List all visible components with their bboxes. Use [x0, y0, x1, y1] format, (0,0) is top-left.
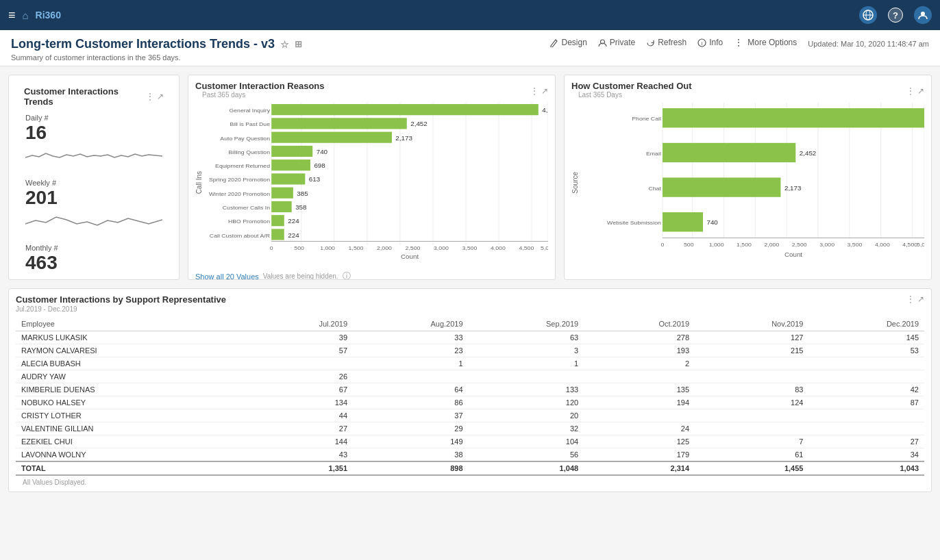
cell-value: 44 [247, 409, 353, 422]
page-title-row: Long-term Customer Interactions Trends -… [11, 37, 302, 51]
table-header-row: Employee Jul.2019 Aug.2019 Sep.2019 Oct.… [16, 317, 924, 331]
reasons-y-axis-label: Call Ins [195, 171, 203, 194]
cell-value [695, 409, 808, 422]
svg-text:385: 385 [297, 190, 308, 197]
svg-text:0: 0 [661, 241, 665, 248]
svg-rect-70 [663, 108, 924, 127]
svg-text:613: 613 [309, 176, 320, 183]
svg-text:1,500: 1,500 [349, 244, 364, 251]
layout-icon[interactable]: ⊞ [295, 39, 302, 49]
cell-value [584, 370, 695, 383]
globe-icon[interactable] [859, 6, 877, 24]
all-values-footer: All Values Displayed. [16, 476, 924, 489]
reached-out-panel: How Customer Reached Out Last 365 Days ⋮… [564, 75, 932, 280]
app-name-link[interactable]: Ri360 [36, 10, 61, 21]
svg-text:3,500: 3,500 [848, 241, 863, 248]
daily-stat: Daily # 16 [25, 114, 162, 168]
page-title: Long-term Customer Interactions Trends -… [11, 37, 275, 51]
cell-value: 1,043 [808, 461, 924, 475]
svg-text:Phone Call: Phone Call [632, 116, 661, 123]
menu-icon[interactable]: ≡ [8, 8, 16, 23]
cell-value: 898 [353, 461, 469, 475]
svg-text:3,000: 3,000 [434, 244, 449, 251]
cell-value: 57 [247, 344, 353, 357]
show-all-link[interactable]: Show all 20 Values [195, 272, 259, 281]
support-table-subtitle: Jul.2019 - Dec.2019 [16, 305, 226, 313]
cell-value: 33 [353, 331, 469, 344]
cell-value: 215 [695, 344, 808, 357]
cell-value: 53 [808, 344, 924, 357]
svg-rect-19 [271, 118, 407, 129]
star-icon[interactable]: ☆ [280, 39, 289, 50]
svg-text:1,000: 1,000 [320, 244, 335, 251]
support-data-table: Employee Jul.2019 Aug.2019 Sep.2019 Oct.… [16, 317, 924, 476]
svg-text:4,500: 4,500 [519, 244, 534, 251]
svg-text:Billing Question: Billing Question [228, 149, 270, 155]
reached-title: How Customer Reached Out [571, 81, 692, 91]
col-employee: Employee [16, 317, 247, 331]
cell-value: 20 [469, 409, 584, 422]
top-navigation: ≡ ⌂ Ri360 ? [0, 0, 940, 30]
updated-text: Updated: Mar 10, 2020 11:48:47 am [808, 40, 929, 48]
cell-value: 179 [584, 448, 695, 462]
help-icon[interactable]: ? [888, 8, 903, 23]
svg-text:1,000: 1,000 [709, 241, 724, 248]
col-jul2019: Jul.2019 [247, 317, 353, 331]
reasons-expand-icon[interactable]: ↗ [541, 86, 548, 96]
reasons-title: Customer Interaction Reasons [195, 81, 325, 91]
table-row: RAYMON CALVARESI5723319321553 [16, 344, 924, 357]
cell-value: 149 [353, 435, 469, 448]
support-table-panel: Customer Interactions by Support Represe… [8, 288, 932, 492]
table-expand-icon[interactable]: ↗ [917, 294, 924, 304]
stats-options-icon[interactable]: ⋮ [146, 92, 154, 101]
table-row: EZEKIEL CHUI144149104125727 [16, 435, 924, 448]
svg-text:Bill is Past Due: Bill is Past Due [230, 121, 270, 128]
reached-expand-icon[interactable]: ↗ [917, 86, 924, 96]
employee-name: RAYMON CALVARESI [16, 344, 247, 357]
col-sep2019: Sep.2019 [469, 317, 584, 331]
svg-text:4,500: 4,500 [902, 241, 917, 248]
svg-point-3 [921, 12, 925, 16]
employee-name: EZEKIEL CHUI [16, 435, 247, 448]
refresh-button[interactable]: Refresh [646, 38, 687, 47]
table-options-icon[interactable]: ⋮ [906, 294, 915, 304]
table-row: CRISTY LOTHER443720 [16, 409, 924, 422]
svg-text:Customer Calls In: Customer Calls In [223, 204, 271, 211]
main-content: Customer Interactions Trends ⋮ ↗ Daily #… [0, 66, 940, 500]
cell-value: 67 [247, 383, 353, 396]
stats-expand-icon[interactable]: ↗ [157, 92, 164, 101]
cell-value [808, 370, 924, 383]
reasons-panel-icons: ⋮ ↗ [530, 86, 548, 96]
reached-options-icon[interactable]: ⋮ [906, 86, 915, 96]
cell-value: 278 [584, 331, 695, 344]
cell-value: 135 [584, 383, 695, 396]
cell-value: 193 [584, 344, 695, 357]
svg-text:Auto Pay Question: Auto Pay Question [220, 135, 270, 142]
table-row: LAVONNA WOLNY4338561796134 [16, 448, 924, 462]
table-row: MARKUS LUKASIK393363278127145 [16, 331, 924, 344]
cell-value [353, 370, 469, 383]
cell-value: 27 [808, 435, 924, 448]
svg-text:2,173: 2,173 [395, 134, 412, 142]
more-options-button[interactable]: ⋮ More Options [734, 37, 797, 48]
employee-name: LAVONNA WOLNY [16, 448, 247, 462]
svg-text:1,500: 1,500 [737, 241, 752, 248]
nav-left: ≡ ⌂ Ri360 [8, 8, 61, 23]
svg-rect-25 [271, 160, 310, 170]
reached-y-axis-label: Source [571, 172, 579, 194]
info-button[interactable]: i Info [697, 38, 723, 47]
reasons-options-icon[interactable]: ⋮ [530, 86, 539, 96]
cell-value: 24 [584, 422, 695, 435]
cell-value [695, 370, 808, 383]
home-icon[interactable]: ⌂ [23, 10, 29, 21]
private-button[interactable]: Private [598, 38, 635, 47]
reasons-chart-area: Call Ins [188, 103, 555, 269]
page-subtitle: Summary of customer interactions in the … [11, 53, 302, 62]
design-button[interactable]: Design [549, 38, 586, 47]
svg-text:2,000: 2,000 [377, 244, 392, 251]
employee-name: ALECIA BUBASH [16, 357, 247, 370]
cell-value: 63 [469, 331, 584, 344]
cell-value: 87 [808, 396, 924, 409]
user-icon[interactable] [914, 6, 932, 24]
svg-text:5,000: 5,000 [541, 244, 548, 251]
